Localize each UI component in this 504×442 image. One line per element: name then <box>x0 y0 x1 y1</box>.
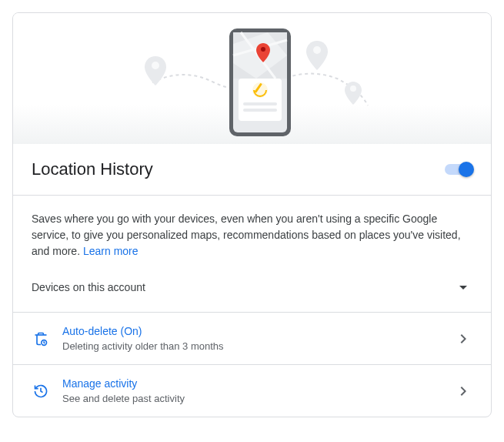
description-text: Saves where you go with your devices, ev… <box>32 211 472 260</box>
description-section: Saves where you go with your devices, ev… <box>13 196 491 313</box>
auto-delete-subtitle: Deleting activity older than 3 months <box>62 340 454 352</box>
svg-point-1 <box>313 46 321 54</box>
switch-thumb <box>459 162 474 177</box>
svg-point-2 <box>350 85 356 92</box>
chevron-right-icon <box>454 382 472 400</box>
chevron-right-icon <box>454 330 472 348</box>
auto-delete-icon <box>32 330 50 348</box>
auto-delete-title: Auto-delete (On) <box>62 325 454 337</box>
learn-more-link[interactable]: Learn more <box>83 245 139 257</box>
devices-label: Devices on this account <box>32 281 145 293</box>
page-title: Location History <box>32 159 153 179</box>
manage-activity-title: Manage activity <box>62 377 454 390</box>
auto-delete-content: Auto-delete (On) Deleting activity older… <box>62 325 454 352</box>
svg-rect-13 <box>243 109 277 112</box>
hero-illustration <box>13 13 491 144</box>
location-history-toggle[interactable] <box>445 162 472 177</box>
manage-activity-subtitle: See and delete past activity <box>62 393 454 404</box>
title-row: Location History <box>13 144 491 196</box>
devices-expand-row[interactable]: Devices on this account <box>32 260 472 296</box>
svg-point-0 <box>152 62 159 69</box>
history-icon <box>32 382 50 400</box>
map-phone-illustration <box>106 21 399 136</box>
manage-activity-row[interactable]: Manage activity See and delete past acti… <box>13 365 491 417</box>
chevron-down-icon <box>454 278 472 296</box>
svg-point-8 <box>261 47 265 52</box>
svg-rect-12 <box>243 102 277 105</box>
manage-activity-content: Manage activity See and delete past acti… <box>62 377 454 404</box>
auto-delete-row[interactable]: Auto-delete (On) Deleting activity older… <box>13 313 491 365</box>
location-history-card: Location History Saves where you go with… <box>12 12 492 417</box>
